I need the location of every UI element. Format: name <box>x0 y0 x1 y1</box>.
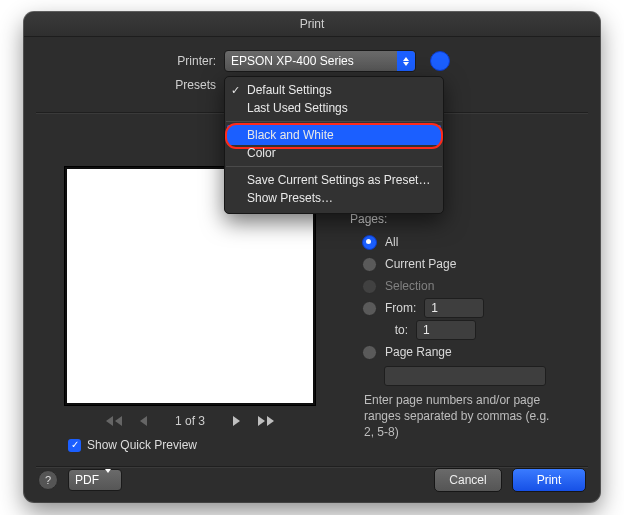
show-quick-preview[interactable]: ✓ Show Quick Preview <box>68 438 330 452</box>
pages-opt-current-label: Current Page <box>385 257 456 271</box>
menu-separator <box>226 121 442 122</box>
chevron-down-icon <box>105 473 121 487</box>
checkbox-checked-icon: ✓ <box>68 439 81 452</box>
cancel-button[interactable]: Cancel <box>434 468 502 492</box>
pages-heading: Pages: <box>350 212 574 226</box>
presets-item-color[interactable]: Color <box>225 144 443 162</box>
pager: 1 of 3 <box>50 414 330 428</box>
printer-label: Printer: <box>24 54 216 68</box>
pages-to-row: to: 1 <box>362 320 574 340</box>
presets-item-last-used[interactable]: Last Used Settings <box>225 99 443 117</box>
pages-hint: Enter page numbers and/or page ranges se… <box>364 392 554 441</box>
pdf-label: PDF <box>69 473 105 487</box>
presets-label: Presets <box>24 78 216 92</box>
pages-opt-from[interactable]: From: 1 <box>362 298 574 318</box>
dialog-body: Printer: EPSON XP-400 Series Presets Def… <box>24 36 600 502</box>
page-prev-button[interactable] <box>140 416 147 426</box>
help-button[interactable]: ? <box>38 470 58 490</box>
presets-item-save-as[interactable]: Save Current Settings as Preset… <box>225 171 443 189</box>
pages-from-field[interactable]: 1 <box>424 298 484 318</box>
print-button[interactable]: Print <box>512 468 586 492</box>
pages-to-label: to: <box>362 323 408 337</box>
pages-opt-range[interactable]: Page Range <box>362 342 574 362</box>
radio-icon <box>362 345 377 360</box>
pages-opt-all-label: All <box>385 235 398 249</box>
rewind-icon <box>106 416 113 426</box>
print-dialog: Print Printer: EPSON XP-400 Series Prese… <box>24 12 600 502</box>
footer: ? PDF Cancel Print <box>24 468 600 492</box>
page-next-button[interactable] <box>233 416 240 426</box>
ffwd-icon <box>258 416 265 426</box>
show-quick-preview-label: Show Quick Preview <box>87 438 197 452</box>
radio-icon <box>362 301 377 316</box>
updown-icon <box>397 51 415 71</box>
pages-opt-selection-label: Selection <box>385 279 434 293</box>
pages-to-field[interactable]: 1 <box>416 320 476 340</box>
pdf-menu-button[interactable]: PDF <box>68 469 122 491</box>
radio-disabled-icon <box>362 279 377 294</box>
menu-separator <box>226 166 442 167</box>
pages-opt-range-label: Page Range <box>385 345 452 359</box>
printer-selected: EPSON XP-400 Series <box>225 54 397 68</box>
pages-opt-all[interactable]: All <box>362 232 574 252</box>
printer-popup[interactable]: EPSON XP-400 Series <box>224 50 416 72</box>
page-first-button[interactable] <box>106 416 122 426</box>
presets-item-bw-label: Black and White <box>247 128 334 142</box>
help-icon: ? <box>45 474 51 486</box>
printer-info-button[interactable] <box>430 51 450 71</box>
page-indicator: 1 of 3 <box>175 414 205 428</box>
presets-menu: Default Settings Last Used Settings Blac… <box>224 76 444 214</box>
presets-item-show[interactable]: Show Presets… <box>225 189 443 207</box>
pages-from-label: From: <box>385 301 416 315</box>
rewind-icon <box>115 416 122 426</box>
pages-opt-selection: Selection <box>362 276 574 296</box>
radio-selected-icon <box>362 235 377 250</box>
window-title: Print <box>24 12 600 37</box>
presets-item-bw[interactable]: Black and White <box>225 126 443 144</box>
printer-row: Printer: EPSON XP-400 Series <box>24 50 600 72</box>
prev-icon <box>140 416 147 426</box>
page-last-button[interactable] <box>258 416 274 426</box>
pages-panel: Pages: All Current Page Selection From: … <box>350 212 574 441</box>
presets-item-default[interactable]: Default Settings <box>225 81 443 99</box>
radio-icon <box>362 257 377 272</box>
pages-range-field[interactable] <box>384 366 546 386</box>
next-icon <box>233 416 240 426</box>
ffwd-icon <box>267 416 274 426</box>
pages-opt-current[interactable]: Current Page <box>362 254 574 274</box>
